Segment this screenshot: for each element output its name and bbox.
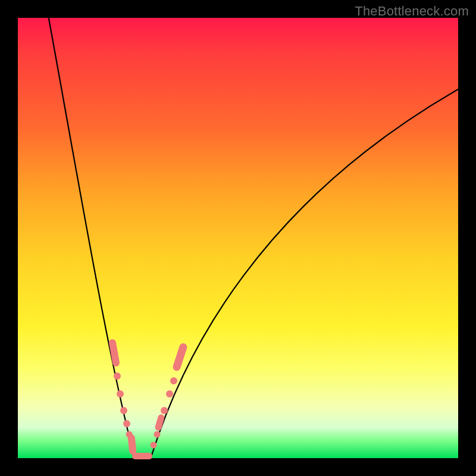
marker-dot [126, 431, 133, 438]
marker-dot [120, 407, 127, 414]
marker-pill [172, 342, 188, 372]
marker-dot [166, 390, 173, 397]
marker-dot [161, 407, 168, 414]
chart-frame [18, 18, 458, 458]
markers-right-pills [154, 342, 188, 431]
bottleneck-curve [18, 18, 458, 458]
markers-left-pills [108, 339, 137, 455]
marker-dot [117, 390, 124, 397]
marker-dot [154, 431, 161, 438]
watermark-text: TheBottleneck.com [355, 4, 469, 19]
markers-right-dots [151, 377, 178, 449]
curve-tail [458, 64, 476, 89]
marker-dot [170, 377, 177, 384]
marker-dot [114, 372, 121, 380]
curve-main [48, 12, 458, 458]
marker-dot [123, 420, 130, 427]
marker-dot [151, 442, 157, 449]
marker-pill-bottom [132, 453, 152, 459]
